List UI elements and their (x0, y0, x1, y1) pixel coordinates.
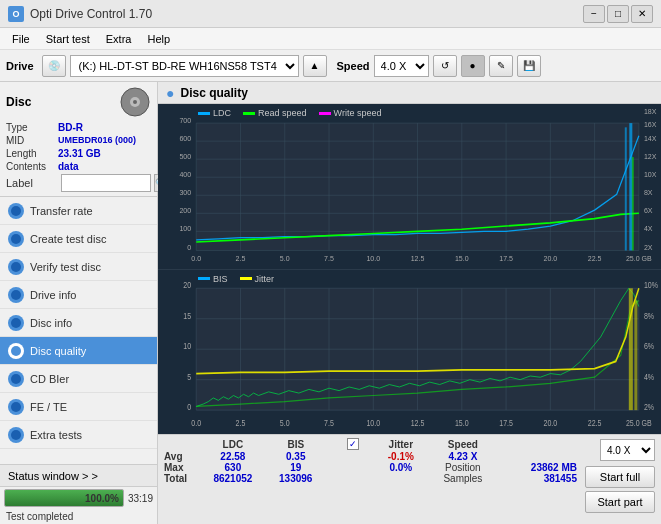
position-label: Position (429, 462, 497, 473)
svg-text:4%: 4% (644, 372, 654, 382)
action-buttons: 4.0 X 1.0 X 2.0 X 8.0 X Start full Start… (585, 437, 655, 513)
sidebar-item-verify-test-disc[interactable]: Verify test disc (0, 253, 157, 281)
status-text: Test completed (0, 509, 157, 524)
jitter-checkbox[interactable]: ✓ (347, 438, 359, 450)
drive-toolbar: Drive 💿 (K:) HL-DT-ST BD-RE WH16NS58 TST… (0, 50, 661, 82)
sidebar-item-cd-bier[interactable]: CD BIer (0, 365, 157, 393)
svg-text:600: 600 (179, 134, 191, 143)
verify-test-disc-icon (8, 259, 24, 275)
col-header-speed: Speed (429, 437, 497, 451)
close-button[interactable]: ✕ (631, 5, 653, 23)
status-bar: Status window > > 100.0% 33:19 Test comp… (0, 464, 157, 524)
verify-test-disc-label: Verify test disc (30, 261, 101, 273)
svg-point-2 (133, 100, 137, 104)
samples-label: Samples (429, 473, 497, 484)
minimize-button[interactable]: − (583, 5, 605, 23)
menu-file[interactable]: File (4, 31, 38, 47)
save-btn[interactable]: 💾 (517, 55, 541, 77)
write-btn[interactable]: ✎ (489, 55, 513, 77)
sidebar-item-disc-quality[interactable]: Disc quality (0, 337, 157, 365)
svg-text:12X: 12X (644, 152, 657, 161)
disc-btn[interactable]: ● (461, 55, 485, 77)
avg-ldc: 22.58 (199, 451, 267, 462)
progress-text: 100.0% (85, 490, 119, 506)
svg-text:2.5: 2.5 (236, 418, 246, 428)
chart2-svg: 0 5 10 15 20 2% 4% 6% 8% 10% 0.0 2.5 5.0 (158, 270, 661, 435)
maximize-button[interactable]: □ (607, 5, 629, 23)
status-window-label: Status window > > (8, 470, 98, 482)
svg-text:20.0: 20.0 (543, 254, 557, 263)
mid-label: MID (6, 135, 58, 146)
start-full-button[interactable]: Start full (585, 466, 655, 488)
svg-text:17.5: 17.5 (499, 254, 513, 263)
start-part-button[interactable]: Start part (585, 491, 655, 513)
svg-text:18X: 18X (644, 106, 657, 115)
chart-ldc: LDC Read speed Write speed (158, 104, 661, 270)
app-icon: O (8, 6, 24, 22)
max-label: Max (164, 462, 199, 473)
sidebar-item-create-test-disc[interactable]: Create test disc (0, 225, 157, 253)
sidebar-item-extra-tests[interactable]: Extra tests (0, 421, 157, 449)
contents-label: Contents (6, 161, 58, 172)
drive-info-icon (8, 287, 24, 303)
drive-icon-btn[interactable]: 💿 (42, 55, 66, 77)
drive-label: Drive (6, 60, 34, 72)
label-input[interactable] (61, 174, 151, 192)
stats-table: LDC BIS ✓ Jitter Speed Avg 2 (164, 437, 577, 484)
svg-text:10: 10 (183, 341, 191, 351)
avg-bis: 0.35 (267, 451, 325, 462)
svg-text:8%: 8% (644, 311, 654, 321)
sidebar-item-disc-info[interactable]: Disc info (0, 309, 157, 337)
svg-text:0.0: 0.0 (191, 418, 201, 428)
label-label: Label (6, 177, 58, 189)
speed-selector[interactable]: 4.0 X 1.0 X 2.0 X 8.0 X (374, 55, 429, 77)
menu-start-test[interactable]: Start test (38, 31, 98, 47)
legend-jitter: Jitter (240, 274, 275, 284)
cd-bier-icon (8, 371, 24, 387)
menu-extra[interactable]: Extra (98, 31, 140, 47)
svg-text:14X: 14X (644, 134, 657, 143)
svg-text:4X: 4X (644, 224, 653, 233)
col-header-ldc: LDC (199, 437, 267, 451)
stats-bar: LDC BIS ✓ Jitter Speed Avg 2 (158, 434, 661, 524)
drive-selector[interactable]: (K:) HL-DT-ST BD-RE WH16NS58 TST4 (70, 55, 299, 77)
disc-info-icon (8, 315, 24, 331)
transfer-rate-label: Transfer rate (30, 205, 93, 217)
col-header-jitter: Jitter (373, 437, 429, 451)
disc-panel-title: Disc (6, 95, 31, 109)
svg-text:5: 5 (187, 372, 192, 382)
window-controls: − □ ✕ (583, 5, 653, 23)
samples-value: 381455 (497, 473, 577, 484)
disc-panel: Disc Type BD-R MID UMEBDR016 (000) Lengt… (0, 82, 157, 197)
fe-te-label: FE / TE (30, 401, 67, 413)
disc-quality-icon (8, 343, 24, 359)
chart2-legend: BIS Jitter (198, 274, 274, 284)
svg-text:100: 100 (179, 224, 191, 233)
position-value: 23862 MB (497, 462, 577, 473)
sidebar-item-fe-te[interactable]: FE / TE (0, 393, 157, 421)
total-label: Total (164, 473, 199, 484)
disc-icon (119, 86, 151, 118)
extra-tests-label: Extra tests (30, 429, 82, 441)
length-value: 23.31 GB (58, 148, 101, 159)
chart1-legend: LDC Read speed Write speed (198, 108, 381, 118)
speed-selector-stats[interactable]: 4.0 X 1.0 X 2.0 X 8.0 X (600, 439, 655, 461)
avg-label: Avg (164, 451, 199, 462)
sidebar: Disc Type BD-R MID UMEBDR016 (000) Lengt… (0, 82, 158, 524)
refresh-btn[interactable]: ↺ (433, 55, 457, 77)
total-bis: 133096 (267, 473, 325, 484)
sidebar-item-drive-info[interactable]: Drive info (0, 281, 157, 309)
disc-quality-title: Disc quality (180, 86, 247, 100)
svg-text:15.0: 15.0 (455, 418, 469, 428)
type-label: Type (6, 122, 58, 133)
sidebar-item-transfer-rate[interactable]: Transfer rate (0, 197, 157, 225)
menu-help[interactable]: Help (139, 31, 178, 47)
svg-text:0: 0 (187, 402, 192, 412)
eject-btn[interactable]: ▲ (303, 55, 327, 77)
type-value: BD-R (58, 122, 83, 133)
status-window-button[interactable]: Status window > > (0, 465, 157, 487)
stats-avg-row: Avg 22.58 0.35 -0.1% 4.23 X (164, 451, 577, 462)
jitter-checkbox-cell[interactable]: ✓ (345, 437, 373, 451)
fe-te-icon (8, 399, 24, 415)
speed-control: 4.0 X 1.0 X 2.0 X 8.0 X (600, 439, 655, 461)
